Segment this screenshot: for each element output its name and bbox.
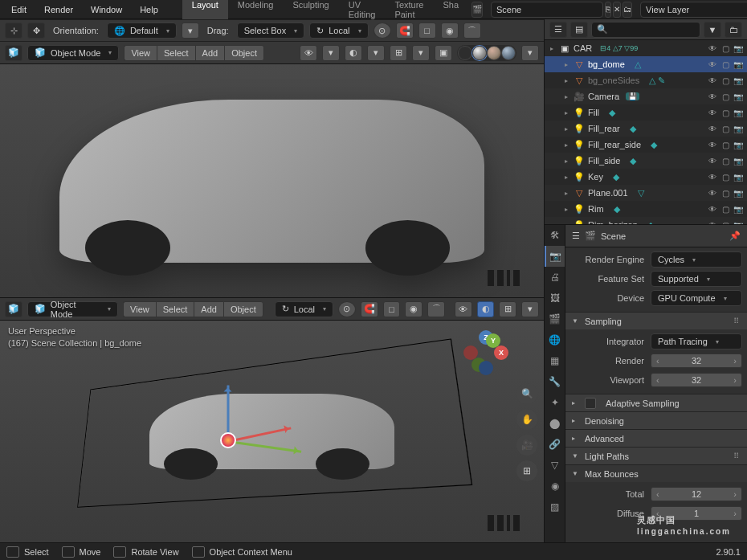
pin-icon[interactable]: 📌: [729, 231, 741, 241]
outliner-item-fill_rear_side[interactable]: ▸💡Fill_rear_side◆👁▢📷: [545, 137, 747, 153]
selectability-icon[interactable]: 👁: [455, 301, 472, 317]
disable-render-icon[interactable]: ▢: [720, 76, 731, 85]
shading-solid-icon[interactable]: [472, 46, 487, 60]
outliner-item-fill_side[interactable]: ▸💡Fill_side◆👁▢📷: [545, 153, 747, 169]
gizmo-toggle-icon[interactable]: ◐: [345, 45, 362, 61]
outliner-item-bg_dome[interactable]: ▸▽bg_dome△👁▢📷: [545, 56, 747, 72]
disable-render-icon[interactable]: ▢: [720, 60, 731, 69]
outliner-item-fill_rear[interactable]: ▸💡Fill_rear◆👁▢📷: [545, 121, 747, 137]
disable-render-icon[interactable]: ▢: [720, 92, 731, 101]
render-icon[interactable]: 📷: [733, 173, 744, 182]
render-icon[interactable]: 📷: [733, 157, 744, 166]
pivot-icon[interactable]: ⊙: [338, 301, 356, 317]
camera-view-icon[interactable]: 🎥: [516, 435, 537, 456]
proportional-icon[interactable]: ◉: [441, 22, 459, 39]
transform-gizmo[interactable]: [228, 440, 229, 441]
outliner-search-input[interactable]: 🔍: [591, 22, 700, 38]
disclosure-icon[interactable]: ▸: [562, 141, 570, 149]
outliner-tree[interactable]: ▸▣CAR⊟4 △7 ▽99👁▢📷▸▽bg_dome△👁▢📷▸▽bg_oneSi…: [545, 40, 747, 224]
overlay-toggle-icon[interactable]: ⊞: [499, 301, 516, 317]
snap-target-icon[interactable]: □: [418, 22, 436, 39]
render-icon[interactable]: 📷: [733, 125, 744, 133]
xray-icon[interactable]: ▣: [435, 45, 452, 61]
hide-viewport-icon[interactable]: 👁: [707, 221, 718, 225]
disclosure-icon[interactable]: ▸: [562, 77, 570, 84]
orientation-dropdown[interactable]: 🌐Default: [107, 22, 177, 39]
disclosure-icon[interactable]: ▸: [562, 190, 570, 197]
adaptive-sampling-header[interactable]: ▸Adaptive Sampling: [565, 394, 747, 411]
ptab-world-icon[interactable]: 🌐: [545, 329, 565, 350]
viewport-samples-field[interactable]: 32: [651, 373, 742, 387]
pan-icon[interactable]: ✋: [516, 409, 537, 430]
ptab-object-icon[interactable]: ▦: [545, 350, 565, 371]
sampling-panel-header[interactable]: ▼Sampling⠿: [565, 312, 747, 329]
adaptive-checkbox[interactable]: [585, 398, 596, 409]
selectability-opts-icon[interactable]: ▾: [322, 45, 340, 61]
outliner-item-plane-001[interactable]: ▸▽Plane.001▽👁▢📷: [545, 185, 747, 201]
cursor-icon[interactable]: ⊹: [5, 22, 22, 39]
pivot-icon[interactable]: ⊙: [374, 22, 391, 39]
hide-viewport-icon[interactable]: 👁: [707, 141, 718, 149]
max-bounces-header[interactable]: ▼Max Bounces: [565, 464, 747, 482]
outliner-item-fill[interactable]: ▸💡Fill◆👁▢📷: [545, 104, 747, 121]
menu-help[interactable]: Help: [132, 2, 166, 18]
ptab-output-icon[interactable]: 🖨: [545, 267, 565, 288]
ptab-render-icon[interactable]: 📷: [545, 246, 565, 267]
falloff-icon[interactable]: ⌒: [463, 22, 481, 39]
disable-render-icon[interactable]: ▢: [720, 44, 731, 53]
disable-render-icon[interactable]: ▢: [720, 173, 731, 182]
hide-viewport-icon[interactable]: 👁: [707, 157, 718, 166]
hide-viewport-icon[interactable]: 👁: [707, 44, 718, 53]
disable-render-icon[interactable]: ▢: [720, 108, 731, 117]
render-icon[interactable]: 📷: [733, 92, 744, 101]
shading-wireframe-icon[interactable]: [458, 46, 472, 60]
proportional-icon[interactable]: ◉: [405, 301, 422, 317]
navigation-gizmo[interactable]: Z Y X: [463, 330, 508, 375]
render-icon[interactable]: 📷: [733, 205, 744, 214]
disclosure-icon[interactable]: ▸: [562, 222, 570, 225]
device-dropdown[interactable]: GPU Compute: [651, 290, 742, 306]
advanced-header[interactable]: ▸Advanced: [565, 429, 747, 447]
editor-type-icon[interactable]: 🧊: [5, 45, 22, 61]
nav-neg-z-icon[interactable]: [479, 361, 493, 375]
snap-toggle-icon[interactable]: 🧲: [396, 22, 414, 39]
hide-viewport-icon[interactable]: 👁: [707, 125, 718, 133]
menu-edit[interactable]: Edit: [3, 2, 35, 18]
zoom-icon[interactable]: 🔍: [516, 383, 537, 404]
gizmo-opts-icon[interactable]: ▾: [367, 45, 385, 61]
menu-object[interactable]: Object: [223, 301, 263, 317]
overlay-opts-icon[interactable]: ▾: [412, 45, 430, 61]
render-samples-field[interactable]: 32: [651, 354, 742, 368]
render-icon[interactable]: 📷: [733, 108, 744, 117]
shading-opts-icon[interactable]: ▾: [521, 45, 539, 61]
hide-viewport-icon[interactable]: 👁: [707, 108, 718, 117]
ptab-viewlayer-icon[interactable]: 🖼: [545, 288, 565, 309]
move-tool-icon[interactable]: ✥: [27, 22, 45, 39]
viewlayer-browse-icon[interactable]: 🗂: [622, 2, 632, 18]
menu-add[interactable]: Add: [195, 45, 225, 61]
ptab-material-icon[interactable]: ◉: [545, 476, 565, 497]
disclosure-icon[interactable]: ▸: [548, 45, 556, 52]
panel-options-icon[interactable]: ⠿: [733, 317, 741, 325]
overlay-opts-icon[interactable]: ▾: [521, 301, 539, 317]
hide-viewport-icon[interactable]: 👁: [707, 189, 718, 198]
disable-render-icon[interactable]: ▢: [720, 189, 731, 198]
hide-viewport-icon[interactable]: 👁: [707, 92, 718, 101]
light-paths-header[interactable]: ▼Light Paths⠿: [565, 447, 747, 464]
menu-view[interactable]: View: [123, 301, 156, 317]
hide-viewport-icon[interactable]: 👁: [707, 60, 718, 69]
viewport-top-canvas[interactable]: [0, 64, 544, 297]
gizmo-toggle-icon[interactable]: ◐: [477, 301, 495, 317]
orientation-dropdown[interactable]: ↻Local: [275, 301, 333, 317]
ptab-modifier-icon[interactable]: 🔧: [545, 371, 565, 392]
selectability-icon[interactable]: 👁: [300, 45, 317, 61]
disable-render-icon[interactable]: ▢: [720, 205, 731, 214]
nav-x-icon[interactable]: X: [494, 345, 508, 360]
ptab-particle-icon[interactable]: ✦: [545, 392, 565, 413]
render-icon[interactable]: 📷: [733, 221, 744, 225]
feature-set-dropdown[interactable]: Supported: [651, 271, 742, 287]
disclosure-icon[interactable]: ▸: [562, 157, 570, 165]
hide-viewport-icon[interactable]: 👁: [707, 205, 718, 214]
outliner-item-rim[interactable]: ▸💡Rim◆👁▢📷: [545, 201, 747, 217]
denoising-header[interactable]: ▸Denoising: [565, 411, 747, 429]
